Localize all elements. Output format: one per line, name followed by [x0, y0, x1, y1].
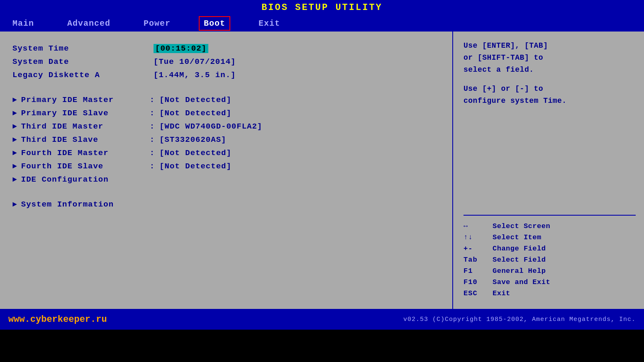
- system-date-value: [Tue 10/07/2014]: [154, 57, 236, 66]
- fourth-ide-master-label: Fourth IDE Master: [21, 148, 150, 158]
- footer-copyright: v02.53 (C)Copyright 1985-2002, American …: [403, 316, 636, 323]
- system-date-row[interactable]: System Date [Tue 10/07/2014]: [12, 57, 440, 66]
- key-f1: F1: [463, 267, 493, 275]
- fourth-ide-slave-label: Fourth IDE Slave: [21, 162, 150, 171]
- colon-4: :: [150, 148, 154, 158]
- system-time-row[interactable]: System Time [00:15:02]: [12, 44, 440, 53]
- footer-bar: www.cyberkeeper.ru v02.53 (C)Copyright 1…: [0, 309, 644, 330]
- title-bar: BIOS SETUP UTILITY: [0, 0, 644, 15]
- ide-configuration-row[interactable]: ► IDE Configuration: [12, 175, 440, 184]
- fourth-ide-slave-value: [Not Detected]: [159, 162, 232, 171]
- shortcut-esc: ESC Exit: [463, 289, 636, 297]
- fourth-ide-slave-row[interactable]: ► Fourth IDE Slave : [Not Detected]: [12, 162, 440, 171]
- shortcut-help: F1 General Help: [463, 267, 636, 275]
- watermark: www.cyberkeeper.ru: [8, 314, 107, 325]
- help-line-1: or [SHIFT-TAB] to: [463, 52, 636, 64]
- desc-change: Change Field: [493, 245, 546, 253]
- legacy-diskette-value: [1.44M, 3.5 in.]: [154, 70, 236, 80]
- colon-2: :: [150, 122, 154, 131]
- primary-ide-master-label: Primary IDE Master: [21, 95, 150, 104]
- shortcuts-area: ↔ Select Screen ↑↓ Select Item +- Change…: [463, 215, 636, 301]
- help-text: Use [ENTER], [TAB] or [SHIFT-TAB] to sel…: [463, 40, 636, 107]
- arrow-icon-0: ►: [12, 96, 17, 104]
- third-ide-master-value: [WDC WD740GD-00FLA2]: [159, 122, 262, 131]
- desc-help: General Help: [493, 267, 546, 275]
- key-f10: F10: [463, 278, 493, 286]
- arrow-icon-7: ►: [12, 200, 17, 209]
- system-date-label: System Date: [12, 57, 154, 66]
- desc-save: Save and Exit: [493, 278, 550, 286]
- menu-boot[interactable]: Boot: [200, 17, 229, 30]
- desc-esc: Exit: [493, 289, 510, 297]
- system-information-label: System Information: [21, 200, 150, 209]
- colon-5: :: [150, 162, 154, 171]
- third-ide-slave-label: Third IDE Slave: [21, 135, 150, 144]
- help-line-4: Use [+] or [-] to: [463, 83, 636, 95]
- primary-ide-slave-label: Primary IDE Slave: [21, 109, 150, 118]
- help-spacer: [463, 75, 636, 83]
- colon-1: :: [150, 109, 154, 118]
- primary-ide-master-row[interactable]: ► Primary IDE Master : [Not Detected]: [12, 95, 440, 104]
- arrow-icon-6: ►: [12, 175, 17, 184]
- desc-item: Select Item: [493, 233, 542, 241]
- arrow-icon-4: ►: [12, 149, 17, 157]
- colon-3: :: [150, 135, 154, 144]
- primary-ide-slave-value: [Not Detected]: [159, 109, 232, 118]
- shortcut-item: ↑↓ Select Item: [463, 233, 636, 241]
- primary-ide-slave-row[interactable]: ► Primary IDE Slave : [Not Detected]: [12, 109, 440, 118]
- key-updown: ↑↓: [463, 233, 493, 241]
- shortcut-screen: ↔ Select Screen: [463, 222, 636, 230]
- help-line-5: configure system Time.: [463, 95, 636, 107]
- shortcut-save: F10 Save and Exit: [463, 278, 636, 286]
- arrow-icon-1: ►: [12, 109, 17, 117]
- help-line-2: select a field.: [463, 64, 636, 76]
- menu-bar: Main Advanced Power Boot Exit: [0, 15, 644, 32]
- menu-exit[interactable]: Exit: [254, 17, 284, 30]
- shortcut-change: +- Change Field: [463, 245, 636, 253]
- key-plusminus: +-: [463, 245, 493, 253]
- system-information-row[interactable]: ► System Information: [12, 200, 440, 209]
- system-time-label: System Time: [12, 44, 154, 53]
- key-tab: Tab: [463, 256, 493, 264]
- third-ide-master-row[interactable]: ► Third IDE Master : [WDC WD740GD-00FLA2…: [12, 122, 440, 131]
- key-esc: ESC: [463, 289, 493, 297]
- third-ide-slave-value: [ST3320620AS]: [159, 135, 226, 144]
- help-line-0: Use [ENTER], [TAB]: [463, 40, 636, 52]
- shortcut-field: Tab Select Field: [463, 256, 636, 264]
- fourth-ide-master-row[interactable]: ► Fourth IDE Master : [Not Detected]: [12, 148, 440, 158]
- colon-0: :: [150, 95, 154, 104]
- menu-power[interactable]: Power: [139, 17, 175, 30]
- ide-configuration-label: IDE Configuration: [21, 175, 150, 184]
- right-panel: Use [ENTER], [TAB] or [SHIFT-TAB] to sel…: [453, 32, 644, 309]
- left-panel: System Time [00:15:02] System Date [Tue …: [0, 32, 453, 309]
- legacy-diskette-label: Legacy Diskette A: [12, 70, 154, 80]
- main-content: System Time [00:15:02] System Date [Tue …: [0, 32, 644, 309]
- arrow-icon-3: ►: [12, 136, 17, 144]
- legacy-diskette-row[interactable]: Legacy Diskette A [1.44M, 3.5 in.]: [12, 70, 440, 80]
- desc-field: Select Field: [493, 256, 546, 264]
- menu-main[interactable]: Main: [8, 17, 38, 30]
- primary-ide-master-value: [Not Detected]: [159, 95, 232, 104]
- fourth-ide-master-value: [Not Detected]: [159, 148, 232, 158]
- menu-advanced[interactable]: Advanced: [63, 17, 115, 30]
- arrow-icon-2: ►: [12, 122, 17, 131]
- arrow-icon-5: ►: [12, 162, 17, 170]
- system-time-value[interactable]: [00:15:02]: [154, 44, 208, 53]
- third-ide-slave-row[interactable]: ► Third IDE Slave : [ST3320620AS]: [12, 135, 440, 144]
- desc-screen: Select Screen: [493, 222, 550, 230]
- third-ide-master-label: Third IDE Master: [21, 122, 150, 131]
- bios-title: BIOS SETUP UTILITY: [261, 2, 383, 13]
- key-arrows: ↔: [463, 222, 493, 230]
